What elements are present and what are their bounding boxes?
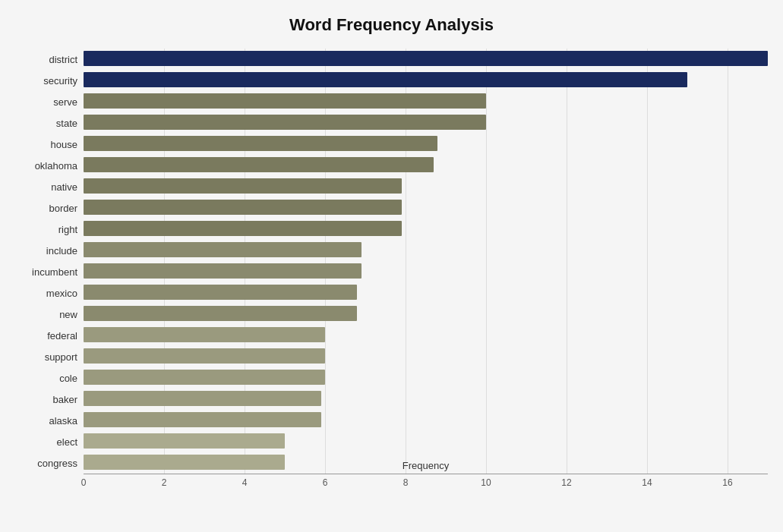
- y-label-district: district: [49, 49, 77, 69]
- bar-house: [84, 136, 437, 151]
- bar-row-security: [84, 70, 768, 90]
- bar-row-cole: [84, 367, 768, 387]
- bar-row-house: [84, 134, 768, 153]
- x-axis-label: Frequency: [403, 460, 449, 471]
- bar-row-incumbent: [84, 261, 768, 281]
- y-label-right: right: [58, 219, 77, 239]
- y-label-native: native: [51, 177, 77, 197]
- x-tick-6: 6: [323, 477, 328, 488]
- y-label-cole: cole: [59, 369, 77, 389]
- bar-row-mexico: [84, 282, 768, 302]
- bar-mexico: [84, 285, 357, 300]
- y-label-baker: baker: [52, 390, 77, 410]
- bar-row-include: [84, 240, 768, 260]
- bar-row-state: [84, 112, 768, 132]
- bar-row-baker: [84, 389, 768, 408]
- bar-row-district: [84, 49, 768, 68]
- chart-area: districtsecurityservestatehouseoklahoman…: [15, 49, 768, 474]
- y-label-oklahoma: oklahoma: [35, 156, 77, 175]
- bar-native: [84, 178, 402, 194]
- x-tick-4: 4: [242, 477, 248, 488]
- y-label-house: house: [51, 134, 77, 154]
- bar-row-border: [84, 197, 768, 217]
- bar-support: [84, 348, 325, 364]
- bar-serve: [84, 93, 486, 109]
- bar-alaska: [84, 412, 321, 427]
- x-tick-14: 14: [642, 477, 652, 488]
- bar-cole: [84, 370, 325, 385]
- bar-row-right: [84, 219, 768, 238]
- x-tick-12: 12: [561, 477, 571, 488]
- bars-and-xaxis: Frequency 0246810121416: [84, 49, 768, 474]
- bar-state: [84, 115, 486, 130]
- chart-container: Word Frequency Analysis districtsecurity…: [0, 0, 783, 532]
- x-tick-16: 16: [722, 477, 732, 488]
- bar-row-elect: [84, 431, 768, 451]
- bar-row-federal: [84, 325, 768, 345]
- y-label-federal: federal: [47, 326, 77, 346]
- y-axis: districtsecurityservestatehouseoklahoman…: [15, 49, 84, 474]
- bar-oklahoma: [84, 157, 434, 172]
- y-label-mexico: mexico: [46, 284, 77, 304]
- bar-new: [84, 306, 357, 321]
- y-label-elect: elect: [57, 433, 77, 452]
- bar-district: [84, 51, 768, 66]
- y-label-serve: serve: [53, 92, 77, 112]
- bar-border: [84, 200, 402, 215]
- y-label-congress: congress: [37, 454, 77, 474]
- bar-baker: [84, 391, 321, 406]
- x-axis: Frequency 0246810121416: [84, 474, 768, 474]
- bar-row-alaska: [84, 410, 768, 430]
- bar-federal: [84, 327, 325, 342]
- bar-row-support: [84, 346, 768, 366]
- bars-area: [84, 49, 768, 474]
- y-label-alaska: alaska: [49, 411, 77, 431]
- bar-row-serve: [84, 91, 768, 111]
- bar-congress: [84, 455, 285, 470]
- y-label-state: state: [56, 113, 77, 133]
- y-label-border: border: [49, 198, 77, 218]
- y-label-support: support: [45, 348, 77, 367]
- bar-right: [84, 221, 402, 236]
- x-tick-10: 10: [481, 477, 491, 488]
- x-tick-8: 8: [403, 477, 409, 488]
- bar-elect: [84, 433, 285, 449]
- x-tick-2: 2: [162, 477, 167, 488]
- y-label-include: include: [46, 241, 77, 260]
- y-label-security: security: [43, 71, 77, 90]
- chart-title: Word Frequency Analysis: [15, 15, 768, 35]
- y-label-new: new: [59, 305, 77, 325]
- bar-include: [84, 242, 362, 257]
- y-label-incumbent: incumbent: [32, 262, 77, 282]
- bar-row-new: [84, 304, 768, 323]
- bar-row-oklahoma: [84, 155, 768, 175]
- x-tick-0: 0: [81, 477, 87, 488]
- bar-row-native: [84, 176, 768, 196]
- bar-incumbent: [84, 263, 362, 279]
- bar-security: [84, 72, 687, 87]
